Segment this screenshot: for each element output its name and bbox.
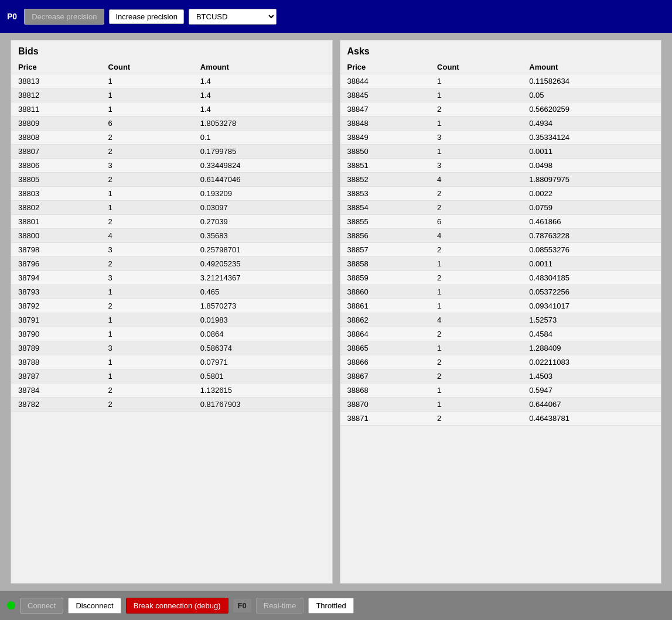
table-cell: 6 <box>430 215 522 229</box>
table-cell: 0.0011 <box>522 145 661 159</box>
table-cell: 38845 <box>340 88 431 102</box>
table-cell: 1.88097975 <box>522 173 661 187</box>
table-cell: 2 <box>430 187 522 201</box>
table-row: 3880961.8053278 <box>11 117 332 131</box>
table-cell: 38805 <box>11 173 101 187</box>
table-cell: 0.465 <box>193 285 332 299</box>
table-row: 3880210.03097 <box>11 201 332 215</box>
table-cell: 1.8570273 <box>193 299 332 313</box>
table-cell: 1 <box>101 187 193 201</box>
table-cell: 1 <box>101 88 193 102</box>
table-cell: 3 <box>101 243 193 257</box>
table-cell: 3 <box>101 341 193 355</box>
table-cell: 2 <box>430 369 522 383</box>
table-cell: 0.09341017 <box>522 299 661 313</box>
increase-precision-button[interactable]: Increase precision <box>109 9 184 24</box>
table-cell: 1 <box>430 257 522 271</box>
table-cell: 38796 <box>11 257 101 271</box>
table-cell: 38844 <box>340 74 431 88</box>
table-row: 3884510.05 <box>340 88 661 102</box>
table-row: 3886110.09341017 <box>340 299 661 313</box>
table-cell: 38784 <box>11 383 101 398</box>
table-row: 3879310.465 <box>11 285 332 299</box>
table-row: 3879620.49205235 <box>11 257 332 271</box>
table-cell: 0.5947 <box>522 383 661 398</box>
table-cell: 1.4 <box>193 102 332 117</box>
table-cell: 0.0022 <box>522 187 661 201</box>
table-cell: 1 <box>430 74 522 88</box>
table-row: 3886810.5947 <box>340 383 661 398</box>
table-cell: 4 <box>430 229 522 243</box>
table-cell: 0.01983 <box>193 313 332 327</box>
table-cell: 0.56620259 <box>522 102 661 117</box>
table-cell: 1 <box>101 102 193 117</box>
table-cell: 1 <box>101 201 193 215</box>
table-row: 3884810.4934 <box>340 117 661 131</box>
table-row: 3880630.33449824 <box>11 159 332 173</box>
table-cell: 38860 <box>340 285 431 299</box>
throttled-button[interactable]: Throttled <box>308 598 353 614</box>
table-cell: 2 <box>101 173 193 187</box>
table-row: 3879433.21214367 <box>11 271 332 285</box>
table-cell: 2 <box>101 299 193 313</box>
table-row: 3880520.61447046 <box>11 173 332 187</box>
table-cell: 1 <box>430 398 522 412</box>
disconnect-button[interactable]: Disconnect <box>68 598 121 614</box>
table-cell: 4 <box>430 173 522 187</box>
table-row: 3885010.0011 <box>340 145 661 159</box>
table-cell: 1.132615 <box>193 383 332 398</box>
table-cell: 1 <box>430 299 522 313</box>
table-cell: 0.05372256 <box>522 285 661 299</box>
table-cell: 38803 <box>11 187 101 201</box>
bids-table: Price Count Amount 3881311.43881211.4388… <box>11 60 332 412</box>
p0-label: P0 <box>7 12 17 21</box>
bids-panel: Bids Price Count Amount 3881311.43881211… <box>11 40 333 584</box>
table-cell: 1.8053278 <box>193 117 332 131</box>
table-cell: 1.4 <box>193 88 332 102</box>
table-cell: 0.08553276 <box>522 243 661 257</box>
table-row: 3885810.0011 <box>340 257 661 271</box>
table-cell: 1 <box>101 355 193 369</box>
table-row: 3884930.35334124 <box>340 131 661 145</box>
table-row: 3878421.132615 <box>11 383 332 398</box>
table-row: 3880310.193209 <box>11 187 332 201</box>
table-cell: 1.52573 <box>522 313 661 327</box>
connect-button[interactable]: Connect <box>20 598 63 614</box>
table-cell: 0.4934 <box>522 117 661 131</box>
table-cell: 38853 <box>340 187 431 201</box>
decrease-precision-button[interactable]: Decrease precision <box>24 9 104 25</box>
table-cell: 0.0759 <box>522 201 661 215</box>
header: P0 Decrease precision Increase precision… <box>0 0 672 33</box>
table-cell: 2 <box>101 398 193 412</box>
table-cell: 38801 <box>11 215 101 229</box>
table-cell: 38809 <box>11 117 101 131</box>
break-connection-button[interactable]: Break connection (debug) <box>126 598 228 614</box>
table-cell: 0.07971 <box>193 355 332 369</box>
symbol-select[interactable]: BTCUSD ETHUSD LTCUSD <box>189 9 277 25</box>
table-cell: 38812 <box>11 88 101 102</box>
table-cell: 2 <box>430 412 522 426</box>
table-row: 3879110.01983 <box>11 313 332 327</box>
table-cell: 1.288409 <box>522 341 661 355</box>
table-cell: 0.35334124 <box>522 131 661 145</box>
table-cell: 0.11582634 <box>522 74 661 88</box>
main-content: Bids Price Count Amount 3881311.43881211… <box>0 33 672 591</box>
table-cell: 0.61447046 <box>193 173 332 187</box>
table-cell: 38856 <box>340 229 431 243</box>
table-row: 3884720.56620259 <box>340 102 661 117</box>
table-cell: 38792 <box>11 299 101 313</box>
table-cell: 0.4584 <box>522 327 661 341</box>
table-cell: 2 <box>101 145 193 159</box>
table-cell: 3 <box>430 131 522 145</box>
table-cell: 2 <box>101 257 193 271</box>
table-cell: 0.81767903 <box>193 398 332 412</box>
realtime-button[interactable]: Real-time <box>256 598 304 614</box>
table-row: 3885130.0498 <box>340 159 661 173</box>
table-cell: 0.5801 <box>193 369 332 383</box>
table-row: 3885241.88097975 <box>340 173 661 187</box>
asks-col-count: Count <box>430 60 522 74</box>
table-cell: 38861 <box>340 299 431 313</box>
table-cell: 38806 <box>11 159 101 173</box>
f0-label: F0 <box>233 599 251 612</box>
asks-col-price: Price <box>340 60 431 74</box>
